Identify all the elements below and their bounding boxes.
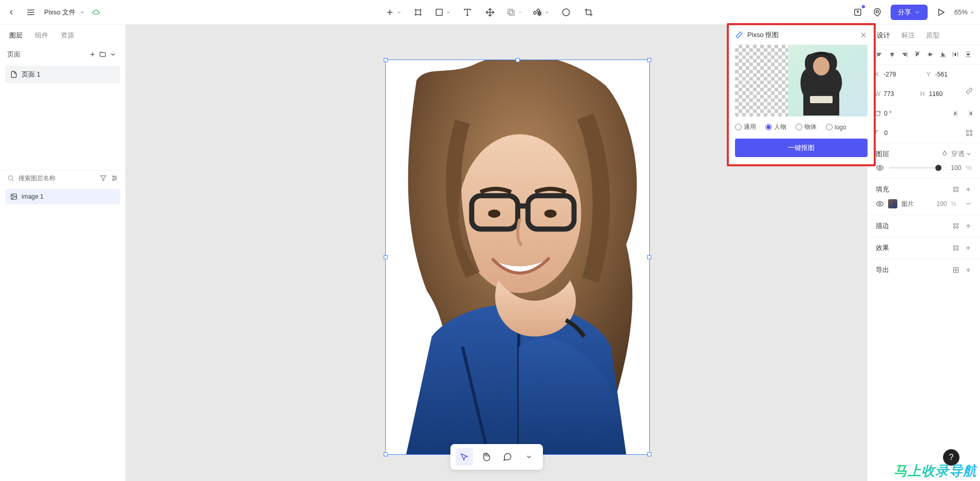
zoom-level[interactable]: 65% — [954, 8, 975, 16]
layer-item[interactable]: image 1 — [5, 189, 120, 204]
cutout-popup: Pixso 抠图 通用 人物 物体 logo 一键抠图 — [727, 23, 876, 166]
play-icon[interactable] — [935, 6, 947, 18]
more-tools-icon[interactable] — [520, 448, 538, 466]
resize-handle[interactable] — [516, 58, 520, 62]
align-left-icon[interactable] — [875, 50, 884, 59]
flip-h-icon[interactable] — [953, 110, 960, 117]
svg-rect-73 — [970, 134, 972, 136]
left-tab-layers[interactable]: 图层 — [9, 31, 23, 40]
distribute-v-icon[interactable] — [964, 50, 973, 59]
effect-style-icon[interactable] — [952, 244, 959, 252]
resize-handle[interactable] — [647, 255, 651, 259]
fill-style-icon[interactable] — [952, 186, 959, 193]
w-field[interactable]: W — [875, 87, 915, 101]
frame-tool-icon[interactable] — [412, 6, 424, 18]
resize-handle[interactable] — [384, 452, 388, 456]
right-tab-prototype[interactable]: 原型 — [926, 31, 939, 40]
opacity-value[interactable]: 100 — [944, 164, 961, 171]
ellipse-tool-icon[interactable] — [560, 6, 572, 18]
menu-icon[interactable] — [25, 6, 37, 18]
resize-handle[interactable] — [647, 452, 651, 456]
radio-general[interactable]: 通用 — [735, 123, 756, 131]
export-icon[interactable] — [852, 6, 864, 18]
svg-rect-9 — [436, 9, 442, 15]
text-tool-icon[interactable] — [461, 6, 474, 18]
h-field[interactable]: H — [920, 87, 961, 101]
page-item[interactable]: 页面 1 — [5, 66, 120, 83]
svg-point-78 — [956, 190, 958, 192]
add-page-icon[interactable] — [87, 49, 98, 60]
hand-tool-icon[interactable] — [477, 448, 495, 466]
distribute-h-icon[interactable] — [951, 50, 960, 59]
shape-tool[interactable] — [435, 6, 451, 18]
close-icon[interactable] — [859, 31, 868, 39]
location-icon[interactable] — [871, 6, 883, 18]
align-vcenter-icon[interactable] — [926, 50, 935, 59]
svg-point-20 — [876, 10, 879, 13]
boolean-tool[interactable] — [506, 6, 523, 18]
radio-object[interactable]: 物体 — [796, 123, 817, 131]
blend-mode-icon[interactable] — [941, 150, 948, 158]
rotation-field[interactable] — [875, 107, 948, 120]
move-tool-icon[interactable] — [484, 6, 496, 18]
x-field[interactable]: X — [875, 68, 921, 81]
resize-handle[interactable] — [384, 255, 388, 259]
layer-search-input[interactable] — [18, 175, 96, 182]
remove-fill-icon[interactable] — [965, 200, 972, 207]
fill-opacity[interactable]: 100 — [936, 200, 947, 207]
crop-tool-icon[interactable] — [582, 6, 595, 18]
left-tab-assets[interactable]: 资源 — [61, 31, 74, 40]
align-bottom-icon[interactable] — [938, 50, 948, 59]
flip-v-icon[interactable] — [966, 110, 973, 117]
stroke-style-icon[interactable] — [952, 222, 959, 229]
popup-title: Pixso 抠图 — [747, 30, 855, 40]
svg-point-83 — [953, 223, 955, 225]
resize-handle[interactable] — [647, 58, 651, 62]
align-right-icon[interactable] — [900, 50, 909, 59]
visibility-toggle-icon[interactable] — [876, 164, 884, 172]
radio-logo[interactable]: logo — [826, 124, 846, 131]
folder-icon[interactable] — [98, 49, 108, 60]
left-tab-components[interactable]: 组件 — [35, 31, 48, 40]
fill-visibility-icon[interactable] — [876, 200, 884, 208]
collapse-pages-icon[interactable] — [108, 49, 118, 60]
link-dimensions-icon[interactable] — [966, 87, 973, 94]
comment-tool-icon[interactable] — [499, 448, 516, 466]
selected-image[interactable]: 773×1160 — [385, 60, 650, 455]
add-effect-icon[interactable] — [965, 244, 972, 252]
right-tab-design[interactable]: 设计 — [877, 31, 890, 40]
fill-swatch[interactable] — [888, 199, 897, 208]
opacity-slider[interactable] — [889, 167, 938, 168]
pointer-tool-icon[interactable] — [456, 448, 473, 466]
filter-icon[interactable] — [100, 175, 107, 182]
right-tab-inspect[interactable]: 标注 — [901, 31, 915, 40]
radius-field[interactable] — [875, 126, 960, 140]
file-name-dropdown[interactable]: Pixso 文件 — [44, 8, 85, 17]
svg-line-25 — [12, 180, 14, 181]
settings-icon[interactable] — [111, 175, 118, 182]
cutout-preview — [735, 45, 868, 117]
add-fill-icon[interactable] — [965, 186, 972, 193]
svg-point-90 — [956, 245, 958, 247]
back-icon[interactable] — [5, 6, 17, 18]
add-tool[interactable] — [385, 6, 402, 18]
component-tool[interactable] — [533, 6, 550, 18]
svg-rect-65 — [967, 54, 970, 55]
svg-rect-43 — [878, 53, 881, 54]
cutout-button[interactable]: 一键抠图 — [735, 139, 868, 157]
corner-detail-icon[interactable] — [966, 129, 973, 137]
share-button[interactable]: 分享 — [891, 5, 928, 20]
add-stroke-icon[interactable] — [965, 222, 972, 229]
fill-type[interactable]: 图片 — [901, 200, 914, 208]
radio-person[interactable]: 人物 — [765, 123, 786, 131]
align-top-icon[interactable] — [913, 50, 922, 59]
blend-mode-value[interactable]: 穿透 — [951, 149, 965, 159]
y-field[interactable]: Y — [927, 68, 973, 81]
svg-point-41 — [544, 209, 557, 218]
add-export-icon[interactable] — [965, 266, 972, 274]
svg-rect-49 — [903, 53, 906, 54]
align-hcenter-icon[interactable] — [888, 50, 897, 59]
export-slice-icon[interactable] — [952, 266, 959, 274]
svg-rect-56 — [930, 53, 931, 55]
resize-handle[interactable] — [384, 58, 388, 62]
